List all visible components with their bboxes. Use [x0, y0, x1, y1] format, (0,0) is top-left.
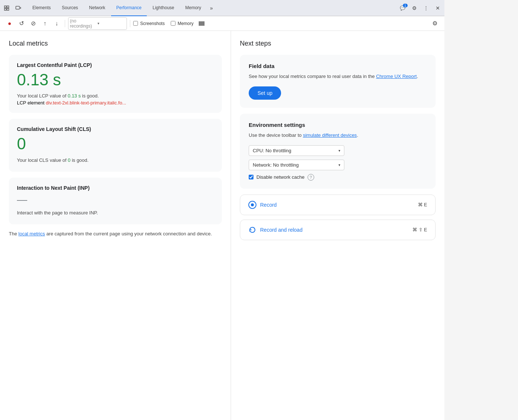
record-reload-label[interactable]: Record and reload	[260, 227, 302, 233]
close-devtools-button[interactable]: ✕	[433, 3, 443, 13]
record-reload-action-left: Record and reload	[248, 226, 412, 234]
lcp-card: Largest Contentful Paint (LCP) 0.13 s Yo…	[9, 55, 222, 113]
upload-button[interactable]: ↑	[40, 18, 50, 29]
tab-sources[interactable]: Sources	[57, 0, 83, 16]
footnote: The local metrics are captured from the …	[9, 230, 222, 238]
field-data-title: Field data	[249, 63, 427, 69]
screenshots-checkbox-label[interactable]: Screenshots	[133, 21, 165, 26]
record-circle-inner	[251, 203, 254, 206]
console-badge-button[interactable]: 💬 1	[397, 3, 408, 13]
tab-bar-right-actions: 💬 1 ⚙ ⋮ ✕	[397, 3, 443, 13]
svg-rect-1	[7, 6, 9, 8]
left-panel: Local metrics Largest Contentful Paint (…	[0, 31, 231, 420]
settings-button[interactable]: ⚙	[409, 3, 419, 13]
devtools-icons	[1, 3, 24, 13]
inp-name: Interaction to Next Paint (INP)	[17, 185, 214, 191]
disable-cache-help-icon[interactable]: ?	[308, 174, 314, 181]
toolbar-separator-1	[65, 20, 65, 27]
svg-rect-7	[199, 23, 204, 24]
toolbar-separator-2	[130, 20, 130, 27]
lcp-desc: Your local LCP value of 0.13 s is good.	[17, 93, 214, 99]
inp-desc: Interact with the page to measure INP.	[17, 210, 214, 216]
setup-button[interactable]: Set up	[249, 86, 281, 100]
field-data-desc: See how your local metrics compare to re…	[249, 73, 427, 81]
main-content: Local metrics Largest Contentful Paint (…	[0, 31, 444, 420]
more-options-button[interactable]: ⋮	[421, 3, 431, 13]
disable-cache-row: Disable network cache ?	[249, 174, 427, 181]
lcp-element: LCP element div.text-2xl.blink-text-prim…	[17, 100, 214, 106]
disable-cache-checkbox[interactable]	[249, 175, 253, 179]
next-steps-title: Next steps	[240, 40, 436, 47]
tab-network[interactable]: Network	[84, 0, 110, 16]
tab-lighthouse[interactable]: Lighthouse	[148, 0, 180, 16]
network-dropdown-arrow: ▾	[338, 163, 340, 167]
memory-checkbox[interactable]	[171, 21, 175, 26]
svg-rect-3	[7, 8, 9, 10]
recordings-dropdown-arrow: ▾	[97, 21, 125, 25]
network-throttling-dropdown[interactable]: Network: No throttling ▾	[249, 160, 344, 170]
inp-dash: —	[17, 194, 214, 206]
record-action-card: Record ⌘ E	[240, 195, 436, 215]
tab-performance[interactable]: Performance	[111, 0, 147, 16]
chrome-ux-report-link[interactable]: Chrome UX Report	[376, 74, 417, 79]
cls-card: Cumulative Layout Shift (CLS) 0 Your loc…	[9, 119, 222, 171]
download-button[interactable]: ↓	[52, 18, 62, 29]
device-toolbar-icon[interactable]	[13, 3, 24, 13]
cancel-button[interactable]: ⊘	[28, 18, 38, 29]
svg-rect-0	[4, 6, 6, 8]
env-settings-desc: Use the device toolbar to simulate diffe…	[249, 132, 427, 139]
record-circle-icon	[248, 201, 256, 209]
tab-bar: Elements Sources Network Performance Lig…	[0, 0, 444, 16]
cpu-throttling-dropdown[interactable]: CPU: No throttling ▾	[249, 145, 344, 156]
record-button[interactable]: ●	[4, 18, 15, 29]
field-data-card: Field data See how your local metrics co…	[240, 55, 436, 108]
svg-rect-6	[199, 22, 204, 22]
reload-button[interactable]: ↺	[16, 18, 26, 29]
tab-elements[interactable]: Elements	[27, 0, 56, 16]
svg-rect-5	[20, 7, 21, 9]
record-reload-icon	[248, 226, 256, 234]
cls-name: Cumulative Layout Shift (CLS)	[17, 126, 214, 132]
svg-rect-8	[199, 25, 204, 25]
lcp-element-link[interactable]: div.text-2xl.blink-text-primary.italic.f…	[46, 100, 126, 106]
record-reload-action-card: Record and reload ⌘ ⇧ E	[240, 220, 436, 240]
right-panel: Next steps Field data See how your local…	[231, 31, 444, 420]
cls-desc: Your local CLS value of 0 is good.	[17, 157, 214, 163]
memory-checkbox-label[interactable]: Memory	[171, 21, 194, 26]
performance-settings-icon[interactable]	[196, 18, 207, 29]
lcp-name: Largest Contentful Paint (LCP)	[17, 62, 214, 68]
record-reload-shortcut: ⌘ ⇧ E	[412, 227, 427, 232]
svg-rect-4	[16, 6, 19, 9]
simulate-devices-link[interactable]: simulate different devices	[303, 132, 356, 138]
cursor-icon[interactable]	[1, 3, 12, 13]
record-shortcut: ⌘ E	[418, 202, 427, 207]
cpu-dropdown-arrow: ▾	[338, 149, 340, 153]
inp-card: Interaction to Next Paint (INP) — Intera…	[9, 178, 222, 224]
record-label[interactable]: Record	[260, 202, 277, 208]
recordings-dropdown[interactable]: (no recordings) ▾	[68, 17, 127, 30]
environment-settings-card: Environment settings Use the device tool…	[240, 114, 436, 189]
svg-rect-2	[4, 8, 6, 10]
record-action-left: Record	[248, 201, 418, 209]
gear-settings-button[interactable]: ⚙	[430, 18, 440, 29]
performance-toolbar: ● ↺ ⊘ ↑ ↓ (no recordings) ▾ Screenshots …	[0, 16, 444, 31]
more-tabs-button[interactable]: »	[207, 0, 216, 16]
local-metrics-title: Local metrics	[9, 40, 222, 47]
toolbar-right-settings: ⚙	[430, 18, 440, 29]
lcp-value: 0.13 s	[17, 71, 214, 89]
local-metrics-link[interactable]: local metrics	[18, 231, 45, 236]
tab-memory[interactable]: Memory	[180, 0, 206, 16]
cls-value: 0	[17, 135, 214, 153]
env-settings-title: Environment settings	[249, 122, 427, 128]
disable-cache-label: Disable network cache	[256, 174, 305, 180]
screenshots-checkbox[interactable]	[133, 21, 138, 26]
